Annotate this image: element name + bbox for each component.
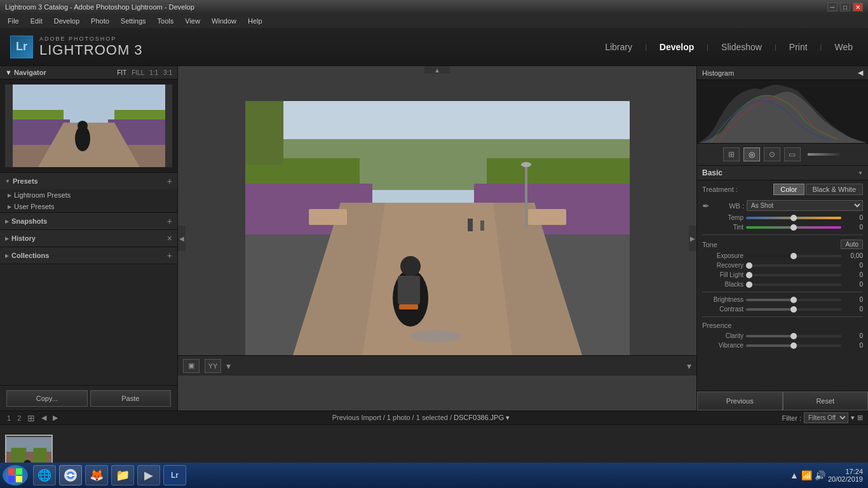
filmstrip-controls: 1 2 ⊞ ◀ ▶ bbox=[5, 413, 60, 423]
nav-opt-fill[interactable]: FILL bbox=[132, 69, 144, 76]
contrast-slider[interactable] bbox=[746, 308, 841, 311]
menu-photo[interactable]: Photo bbox=[86, 16, 114, 26]
exposure-slider[interactable] bbox=[746, 255, 841, 257]
filmstrip-settings-icon[interactable]: ⊞ bbox=[857, 414, 863, 422]
taskbar-firefox-icon[interactable]: 🦊 bbox=[85, 465, 108, 485]
right-collapse-arrow[interactable]: ▶ bbox=[689, 226, 696, 251]
network-icon[interactable]: 📶 bbox=[801, 470, 812, 480]
left-collapse-arrow[interactable]: ◀ bbox=[178, 226, 186, 251]
fill-light-slider[interactable] bbox=[746, 274, 841, 276]
brush-tool[interactable]: ▭ bbox=[784, 147, 801, 161]
tint-slider[interactable] bbox=[746, 226, 841, 229]
taskbar-lr-icon[interactable]: Lr bbox=[163, 465, 186, 485]
recovery-label: Recovery bbox=[702, 262, 743, 269]
basic-section-header[interactable]: Basic ▼ bbox=[697, 166, 868, 180]
page-2-button[interactable]: 2 bbox=[15, 414, 23, 422]
history-header[interactable]: ▶ History × bbox=[0, 230, 177, 247]
start-button[interactable] bbox=[3, 465, 28, 485]
page-1-button[interactable]: 1 bbox=[5, 414, 13, 422]
snapshots-header[interactable]: ▶ Snapshots + bbox=[0, 213, 177, 229]
window-title: Lightroom 3 Catalog - Adobe Photoshop Li… bbox=[5, 3, 194, 11]
grid-view-icon[interactable]: ⊞ bbox=[25, 413, 37, 423]
vibrance-slider[interactable] bbox=[746, 344, 841, 347]
nav-opt-3to1[interactable]: 3:1 bbox=[163, 69, 172, 76]
history-close-icon[interactable]: × bbox=[167, 233, 172, 243]
svg-point-21 bbox=[400, 256, 421, 276]
reset-button[interactable]: Reset bbox=[783, 391, 869, 410]
navigator-header[interactable]: ▼ Navigator FIT FILL 1:1 3:1 bbox=[0, 66, 177, 79]
color-button[interactable]: Color bbox=[773, 184, 804, 195]
menu-tools[interactable]: Tools bbox=[153, 16, 179, 26]
system-clock: 17:24 20/02/2019 bbox=[828, 468, 863, 483]
next-photo-button[interactable]: ▶ bbox=[51, 414, 60, 422]
menu-file[interactable]: File bbox=[3, 16, 24, 26]
bw-button[interactable]: Black & White bbox=[806, 184, 863, 195]
brightness-slider[interactable] bbox=[746, 299, 841, 301]
presets-title: Presets bbox=[13, 177, 38, 185]
top-collapse-arrow[interactable]: ▲ bbox=[424, 66, 450, 74]
taskbar-folder-icon[interactable]: 📁 bbox=[111, 465, 134, 485]
redeye-tool[interactable]: ⊙ bbox=[764, 147, 780, 161]
toolbar-right-arrow[interactable]: ▾ bbox=[687, 361, 691, 371]
minimize-button[interactable]: ─ bbox=[827, 3, 837, 11]
taskbar-media-icon[interactable]: ▶ bbox=[137, 465, 160, 485]
lr-badge: Lr bbox=[10, 36, 33, 58]
spot-removal-tool[interactable]: ◎ bbox=[743, 147, 760, 161]
auto-button[interactable]: Auto bbox=[841, 240, 863, 249]
presets-header[interactable]: ▼ Presets + bbox=[0, 173, 177, 189]
nav-web[interactable]: Web bbox=[829, 39, 858, 55]
taskbar-chrome-icon[interactable] bbox=[59, 465, 82, 485]
compare-button[interactable]: YY bbox=[205, 359, 221, 373]
preset-lightroom[interactable]: ▶ Lightroom Presets bbox=[0, 189, 177, 201]
snapshots-section: ▶ Snapshots + bbox=[0, 213, 177, 230]
presets-add-icon[interactable]: + bbox=[167, 176, 172, 186]
contrast-label: Contrast bbox=[702, 306, 743, 313]
collections-header[interactable]: ▶ Collections + bbox=[0, 247, 177, 264]
notify-icon[interactable]: ▲ bbox=[790, 470, 799, 480]
nav-slideshow[interactable]: Slideshow bbox=[716, 39, 767, 55]
view-mode-button[interactable]: ▣ bbox=[183, 359, 200, 373]
previous-button[interactable]: Previous bbox=[697, 391, 783, 410]
rp-bottom-buttons: Previous Reset bbox=[697, 391, 868, 410]
toolbar-dropdown[interactable]: ▾ bbox=[226, 361, 231, 371]
nav-opt-1to1[interactable]: 1:1 bbox=[149, 69, 158, 76]
filter-select[interactable]: Filters Off Flagged Rated bbox=[804, 412, 848, 423]
svg-rect-19 bbox=[528, 209, 566, 225]
menu-settings[interactable]: Settings bbox=[116, 16, 151, 26]
collections-add-icon[interactable]: + bbox=[167, 250, 172, 261]
history-collapse-icon: ▶ bbox=[5, 236, 9, 241]
volume-icon[interactable]: 🔊 bbox=[815, 470, 825, 480]
gradient-tool[interactable] bbox=[804, 147, 843, 161]
filmstrip-filter: Filter : Filters Off Flagged Rated ▾ ⊞ bbox=[782, 412, 863, 423]
prev-photo-button[interactable]: ◀ bbox=[39, 414, 48, 422]
menu-edit[interactable]: Edit bbox=[25, 16, 48, 26]
wb-eyedropper-icon[interactable]: ✒ bbox=[702, 201, 710, 211]
menu-view[interactable]: View bbox=[180, 16, 205, 26]
menu-develop[interactable]: Develop bbox=[49, 16, 85, 26]
paste-button[interactable]: Paste bbox=[90, 390, 172, 407]
recovery-slider[interactable] bbox=[746, 264, 841, 267]
treatment-buttons: Color Black & White bbox=[773, 184, 863, 195]
histogram-header[interactable]: Histogram ◀ bbox=[697, 66, 868, 80]
tone-header: Tone Auto bbox=[697, 238, 868, 251]
taskbar-ie-icon[interactable]: 🌐 bbox=[33, 465, 56, 485]
menu-help[interactable]: Help bbox=[243, 16, 268, 26]
filename-label[interactable]: DSCF0386.JPG ▾ bbox=[454, 414, 510, 421]
close-button[interactable]: ✕ bbox=[853, 3, 863, 11]
menu-window[interactable]: Window bbox=[207, 16, 241, 26]
filter-options-icon[interactable]: ▾ bbox=[851, 414, 855, 422]
nav-library[interactable]: Library bbox=[600, 39, 637, 55]
snapshots-add-icon[interactable]: + bbox=[167, 216, 172, 226]
preset-user[interactable]: ▶ User Presets bbox=[0, 201, 177, 212]
clarity-slider[interactable] bbox=[746, 335, 841, 337]
nav-opt-fit[interactable]: FIT bbox=[117, 69, 126, 76]
brightness-row: Brightness 0 bbox=[697, 295, 868, 304]
restore-button[interactable]: □ bbox=[840, 3, 850, 11]
blacks-slider[interactable] bbox=[746, 283, 841, 286]
crop-tool[interactable]: ⊞ bbox=[723, 147, 740, 161]
temp-slider[interactable] bbox=[746, 217, 841, 219]
copy-button[interactable]: Copy... bbox=[6, 390, 88, 407]
wb-select[interactable]: As Shot Auto Daylight Cloudy Shade Custo… bbox=[747, 200, 863, 211]
nav-develop[interactable]: Develop bbox=[654, 39, 699, 55]
nav-print[interactable]: Print bbox=[784, 39, 813, 55]
